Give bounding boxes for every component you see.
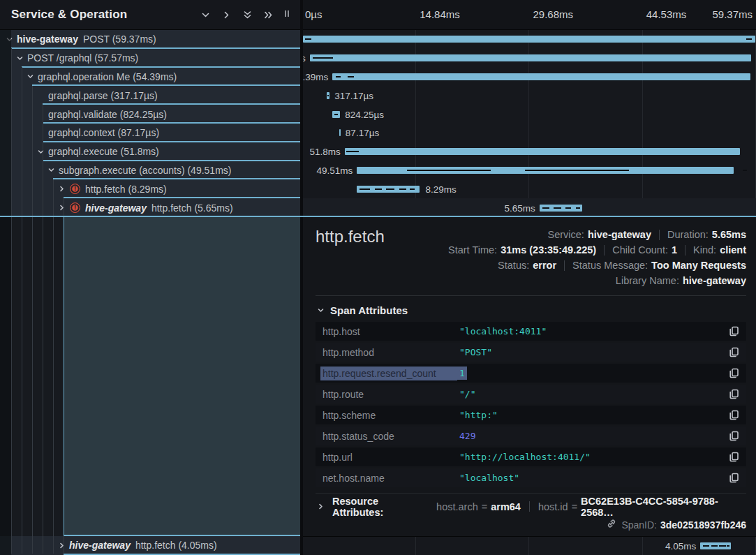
- attr-value: "localhost": [459, 473, 519, 483]
- timeline-row: 51.8ms: [303, 142, 756, 161]
- span-bar[interactable]: [303, 36, 755, 43]
- timeline-row: 824.25µs: [303, 105, 756, 124]
- attr-row[interactable]: http.method "POST": [316, 343, 746, 362]
- span-label: graphql.operation Me (54.39ms): [38, 71, 177, 82]
- resource-attr-key: host.arch: [436, 501, 478, 512]
- meta-label: Library Name:: [616, 275, 679, 286]
- resource-attr-equals: =: [572, 501, 577, 512]
- child-span-mark: [743, 170, 747, 171]
- attr-row[interactable]: http.scheme "http:": [316, 406, 746, 424]
- child-span-mark: [313, 57, 334, 59]
- span-bar[interactable]: [332, 73, 750, 80]
- chevron-down-icon[interactable]: [46, 165, 57, 175]
- duration-label: 824.25µs: [345, 109, 384, 119]
- timeline-row: 4.05ms: [303, 537, 756, 555]
- tree-row-graphql-context[interactable]: graphql.context (87.17µs): [0, 124, 300, 142]
- attr-key: http.request.resend_count: [320, 367, 457, 380]
- meta-label: Child Count:: [612, 244, 668, 256]
- chevron-right-icon[interactable]: [57, 540, 67, 551]
- tree-row-http-fetch-1[interactable]: ! http.fetch (8.29ms): [0, 179, 300, 198]
- tree-row-hive-gateway-post[interactable]: hive-gateway POST (59.37ms): [0, 30, 300, 49]
- tree-row-graphql-operation[interactable]: graphql.operation Me (54.39ms): [0, 68, 300, 87]
- trace-viewer: Service & Operation hive-gateway POST (5…: [0, 0, 756, 555]
- timeline-panel: 0µs 14.84ms 29.68ms 44.53ms 59.37ms 57.5…: [303, 0, 756, 555]
- indent-guide: [32, 86, 33, 554]
- link-icon[interactable]: [607, 519, 616, 531]
- attr-key: http.scheme: [323, 410, 459, 421]
- span-bar[interactable]: [345, 148, 741, 155]
- copy-icon[interactable]: [728, 389, 739, 400]
- attr-row[interactable]: http.route "/": [316, 385, 746, 404]
- chevron-down-icon[interactable]: [200, 9, 211, 20]
- chevron-right-icon[interactable]: [221, 9, 232, 20]
- meta-label: Duration:: [667, 229, 709, 240]
- timeline-row: [303, 30, 756, 49]
- attr-value: "/": [459, 389, 475, 399]
- attr-key: http.host: [323, 326, 459, 337]
- timeline-row: 57.57ms: [303, 49, 756, 68]
- attr-row[interactable]: http.host "localhost:4011": [316, 322, 746, 341]
- copy-icon[interactable]: [728, 368, 739, 379]
- attr-row[interactable]: net.host.name "localhost": [316, 468, 746, 487]
- child-span-mark: [399, 188, 406, 190]
- meta-value-status-message: Too Many Requests: [651, 260, 746, 271]
- copy-icon[interactable]: [728, 431, 739, 442]
- tree-gutter: [0, 30, 11, 555]
- chevron-down-icon[interactable]: [25, 71, 36, 82]
- tree-row-http-fetch-2-selected[interactable]: ! hive-gateway http.fetch (5.65ms): [0, 198, 300, 217]
- resource-attributes-row[interactable]: Resource Attributes: host.arch = arm64 h…: [316, 493, 746, 515]
- copy-icon[interactable]: [728, 410, 739, 421]
- tree-row-http-fetch-3[interactable]: hive-gateway http.fetch (4.05ms): [0, 536, 300, 555]
- axis-tick: 0µs: [305, 8, 323, 20]
- chevron-right-icon[interactable]: [57, 202, 67, 213]
- attr-row-selected[interactable]: http.request.resend_count 1: [316, 364, 746, 383]
- span-label: graphql.validate (824.25µs): [48, 109, 167, 120]
- copy-icon[interactable]: [728, 326, 739, 337]
- attr-row[interactable]: http.status_code 429: [316, 427, 746, 445]
- span-label: POST (59.37ms): [83, 34, 156, 45]
- chevron-right-icon[interactable]: [57, 184, 67, 194]
- tree-row-graphql-execute[interactable]: graphql.execute (51.8ms): [0, 142, 300, 161]
- timeline-bottom-row: 4.05ms: [303, 536, 756, 555]
- chevron-down-icon[interactable]: [15, 53, 25, 64]
- span-tree: hive-gateway POST (59.37ms) POST /graphq…: [0, 30, 300, 555]
- copy-icon[interactable]: [728, 452, 739, 463]
- tree-row-post-graphql[interactable]: POST /graphql (57.57ms): [0, 49, 300, 68]
- child-span-mark: [305, 38, 311, 40]
- expand-all-icon[interactable]: [262, 9, 274, 20]
- attr-value: 1: [457, 367, 467, 380]
- timeline-rows: 57.57ms 54.39ms 317.17µs 824.25µs: [303, 30, 756, 217]
- meta-divider: [659, 230, 660, 240]
- span-bar[interactable]: [310, 54, 751, 61]
- attr-row[interactable]: http.url "http://localhost:4011/": [316, 447, 746, 466]
- span-attributes-toggle[interactable]: Span Attributes: [316, 304, 408, 316]
- chevron-right-icon: [316, 501, 326, 512]
- span-bar[interactable]: [339, 129, 341, 136]
- resource-attr-equals: =: [482, 501, 487, 512]
- chevron-down-icon[interactable]: [36, 147, 46, 157]
- tree-header-title: Service & Operation: [11, 8, 127, 22]
- tree-row-graphql-validate[interactable]: graphql.validate (824.25µs): [0, 105, 300, 124]
- child-span-mark: [542, 207, 549, 209]
- copy-icon[interactable]: [728, 347, 739, 358]
- timeline-row: 87.17µs: [303, 124, 756, 142]
- meta-value-kind: client: [720, 244, 746, 256]
- panel-resize-handle[interactable]: [285, 10, 289, 17]
- panel-divider[interactable]: [300, 0, 303, 555]
- copy-icon[interactable]: [728, 473, 739, 484]
- span-service-name: hive-gateway: [69, 540, 131, 551]
- span-label: http.fetch (4.05ms): [135, 540, 217, 551]
- span-service-name: hive-gateway: [85, 202, 147, 214]
- tree-row-subgraph-execute[interactable]: subgraph.execute (accounts) (49.51ms): [0, 161, 300, 180]
- attr-key: http.method: [323, 347, 459, 358]
- tree-row-graphql-parse[interactable]: graphql.parse (317.17µs): [0, 86, 300, 105]
- child-span-mark: [576, 207, 580, 209]
- collapse-all-icon[interactable]: [242, 9, 253, 20]
- meta-divider: [564, 260, 565, 271]
- axis-tick: 44.53ms: [646, 8, 687, 20]
- timeline-row: 49.51ms: [303, 161, 756, 180]
- tree-header: Service & Operation: [0, 0, 300, 30]
- child-span-mark: [386, 188, 394, 190]
- child-span-mark: [746, 38, 752, 40]
- span-label: POST /graphql (57.57ms): [27, 52, 138, 64]
